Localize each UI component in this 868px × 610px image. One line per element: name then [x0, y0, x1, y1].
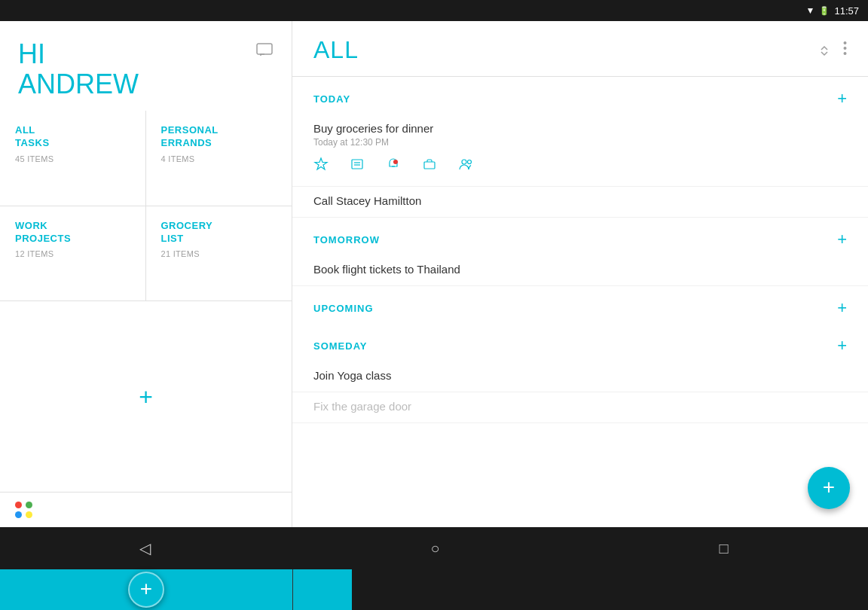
- main-header: ALL: [292, 21, 868, 77]
- task-fix-garage: Fix the garage door: [292, 392, 868, 423]
- section-header-someday: SOMEDAY +: [292, 324, 868, 361]
- status-icons: ▼ 🔋 11:57: [806, 5, 859, 17]
- list-grid: ALL TASKS 45 ITEMS PERSONAL ERRANDS 4 IT…: [0, 111, 292, 301]
- header-actions: [818, 41, 847, 59]
- section-title-tomorrow: TOMORROW: [313, 234, 380, 246]
- status-time: 11:57: [834, 5, 859, 17]
- project-icon[interactable]: [422, 157, 437, 175]
- peek-sidebar: +: [0, 569, 292, 610]
- add-today-button[interactable]: +: [837, 89, 847, 108]
- recents-button[interactable]: □: [719, 540, 728, 557]
- assign-icon[interactable]: [458, 157, 475, 175]
- section-title-someday: SOMEDAY: [313, 340, 368, 352]
- svg-point-2: [844, 47, 847, 50]
- battery-icon: 🔋: [819, 6, 830, 16]
- task-title-fix-garage: Fix the garage door: [313, 400, 847, 413]
- svg-rect-4: [352, 160, 362, 169]
- list-title-all-tasks: ALL TASKS: [15, 124, 130, 150]
- list-cell-all-tasks[interactable]: ALL TASKS 45 ITEMS: [0, 111, 146, 206]
- peek-main-blue: [293, 569, 352, 610]
- home-button[interactable]: ○: [430, 540, 439, 557]
- list-title-work-projects: WORK PROJECTS: [15, 220, 130, 246]
- task-buy-groceries: Buy groceries for dinner Today at 12:30 …: [292, 114, 868, 187]
- svg-rect-0: [257, 44, 272, 54]
- navigation-bar: ◁ ○ □: [0, 527, 868, 569]
- add-upcoming-button[interactable]: +: [837, 298, 847, 318]
- peek-main: [293, 569, 868, 610]
- svg-point-3: [844, 52, 847, 55]
- greeting-hi: HI: [18, 39, 139, 69]
- fab-add-task[interactable]: +: [808, 467, 850, 509]
- greeting: HI ANDREW: [18, 39, 139, 99]
- section-title-today: TODAY: [313, 93, 350, 105]
- main-content: ALL TOD: [292, 21, 868, 527]
- section-header-upcoming: UPCOMING +: [292, 286, 868, 324]
- section-header-today: TODAY +: [292, 77, 868, 114]
- peek-sidebar-fab[interactable]: +: [128, 572, 164, 608]
- list-count-personal-errands: 4 ITEMS: [161, 154, 277, 163]
- task-title-call-stacey: Call Stacey Hamiltton: [313, 194, 847, 207]
- reminder-icon[interactable]: [386, 157, 401, 175]
- main-title: ALL: [313, 36, 359, 64]
- fab-plus-icon: +: [823, 477, 835, 498]
- back-button[interactable]: ◁: [139, 539, 151, 557]
- more-menu-icon[interactable]: [843, 41, 847, 59]
- list-cell-work-projects[interactable]: WORK PROJECTS 12 ITEMS: [0, 206, 146, 301]
- task-time-buy-groceries: Today at 12:30 PM: [313, 137, 847, 148]
- list-count-work-projects: 12 ITEMS: [15, 249, 130, 258]
- add-someday-button[interactable]: +: [837, 336, 847, 355]
- dot-green: [26, 502, 32, 508]
- list-icon[interactable]: [350, 157, 365, 175]
- sort-chevrons[interactable]: [818, 44, 831, 57]
- app-container: HI ANDREW ALL TASKS 45 ITEMS: [0, 21, 868, 527]
- greeting-name: ANDREW: [18, 69, 139, 99]
- peek-fab-icon: +: [140, 578, 152, 599]
- dot-yellow: [26, 511, 32, 518]
- list-count-all-tasks: 45 ITEMS: [15, 154, 130, 163]
- list-cell-personal-errands[interactable]: PERSONAL ERRANDS 4 ITEMS: [146, 111, 292, 206]
- status-bar: ▼ 🔋 11:57: [0, 0, 868, 21]
- add-list-plus-icon: +: [139, 385, 153, 409]
- section-header-tomorrow: TOMORROW +: [292, 218, 868, 255]
- task-actions-buy-groceries: [313, 154, 847, 178]
- list-title-personal-errands: PERSONAL ERRANDS: [161, 124, 277, 150]
- task-call-stacey: Call Stacey Hamiltton: [292, 187, 868, 218]
- task-title-buy-groceries: Buy groceries for dinner: [313, 122, 847, 135]
- chat-icon[interactable]: [255, 42, 274, 63]
- list-cell-grocery-list[interactable]: GROCERY LIST 21 ITEMS: [146, 206, 292, 301]
- list-title-grocery-list: GROCERY LIST: [161, 220, 277, 246]
- task-title-book-flight: Book flight tickets to Thailand: [313, 263, 847, 276]
- dot-blue: [15, 511, 22, 518]
- tasks-scroll: TODAY + Buy groceries for dinner Today a…: [292, 77, 868, 527]
- star-icon[interactable]: [313, 157, 329, 175]
- add-list-button[interactable]: +: [0, 301, 292, 493]
- svg-point-11: [468, 160, 472, 164]
- dots-grid: [15, 502, 33, 518]
- list-count-grocery-list: 21 ITEMS: [161, 249, 277, 258]
- add-tomorrow-button[interactable]: +: [837, 230, 847, 249]
- task-book-flight: Book flight tickets to Thailand: [292, 255, 868, 286]
- task-title-join-yoga: Join Yoga class: [313, 369, 847, 382]
- sidebar: HI ANDREW ALL TASKS 45 ITEMS: [0, 21, 292, 527]
- svg-point-1: [844, 41, 847, 44]
- sidebar-bottom: [0, 493, 292, 527]
- wifi-icon: ▼: [806, 5, 815, 16]
- svg-rect-9: [424, 162, 435, 169]
- sidebar-header: HI ANDREW: [0, 21, 292, 111]
- svg-point-10: [462, 160, 466, 164]
- svg-point-7: [393, 160, 398, 164]
- section-title-upcoming: UPCOMING: [313, 303, 374, 314]
- task-join-yoga: Join Yoga class: [292, 361, 868, 392]
- bottom-peek: +: [0, 569, 868, 610]
- dot-red: [15, 502, 22, 508]
